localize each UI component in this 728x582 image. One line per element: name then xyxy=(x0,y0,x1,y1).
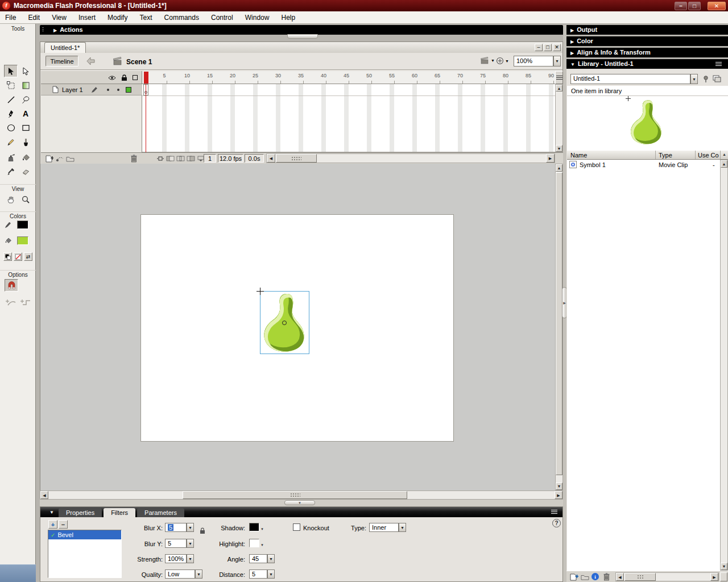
pen-tool[interactable] xyxy=(4,107,18,120)
panel-header-align-info-transform[interactable]: ▶Align & Info & Transform xyxy=(566,48,728,57)
library-scroll-up-button[interactable]: ▲ xyxy=(721,160,727,168)
blur-y-input[interactable]: 5 xyxy=(165,539,187,548)
document-tab[interactable]: Untitled-1* xyxy=(44,42,86,53)
layer-visibility-dot[interactable] xyxy=(107,89,109,91)
menu-insert[interactable]: Insert xyxy=(73,11,101,24)
oval-tool[interactable] xyxy=(4,122,18,134)
knockout-checkbox[interactable] xyxy=(293,523,300,531)
resize-corner[interactable] xyxy=(720,572,727,581)
brush-tool[interactable] xyxy=(19,136,32,148)
zoom-combobox[interactable]: 100% ▼ xyxy=(514,56,561,66)
line-tool[interactable] xyxy=(4,93,18,106)
menu-control[interactable]: Control xyxy=(206,11,238,24)
snap-to-objects-button[interactable] xyxy=(5,279,18,292)
help-button[interactable]: ? xyxy=(552,519,561,527)
pin-library-icon[interactable] xyxy=(702,75,710,83)
layer-lock-dot[interactable] xyxy=(117,89,119,91)
library-document-value[interactable]: Untitled-1 xyxy=(570,74,690,84)
type-dropdown[interactable]: Inner xyxy=(369,523,399,532)
library-options-menu-icon[interactable] xyxy=(715,62,722,66)
free-transform-tool[interactable] xyxy=(4,79,18,92)
outline-layers-icon[interactable] xyxy=(133,75,138,80)
swap-colors-button[interactable]: ⇄ xyxy=(24,252,32,261)
new-symbol-button[interactable] xyxy=(570,573,578,581)
new-library-window-icon[interactable] xyxy=(713,75,721,82)
timeline-scroll-left-button[interactable]: ◀ xyxy=(267,154,275,163)
stage-scroll-left-button[interactable]: ◀ xyxy=(40,491,48,499)
item-properties-button[interactable]: i xyxy=(592,573,599,580)
sort-order-toggle[interactable]: ▲ xyxy=(722,152,726,156)
straighten-option-button[interactable] xyxy=(19,296,32,308)
gradient-transform-tool[interactable] xyxy=(19,79,32,92)
layer-row[interactable]: Layer 1 xyxy=(41,84,142,95)
stage-workspace[interactable] xyxy=(40,164,555,490)
delete-item-button[interactable] xyxy=(603,572,610,581)
stage-v-scrollbar[interactable]: ▲ ▼ xyxy=(555,164,563,490)
angle-spinner-arrow-icon[interactable]: ▼ xyxy=(267,554,275,563)
library-item-row[interactable]: Symbol 1 Movie Clip - xyxy=(567,160,720,169)
align-expand-arrow-icon[interactable]: ▶ xyxy=(570,48,574,58)
color-expand-arrow-icon[interactable]: ▶ xyxy=(570,37,574,47)
minimize-button[interactable]: – xyxy=(675,2,687,10)
playhead-marker[interactable] xyxy=(144,72,148,84)
distance-input[interactable]: 5 xyxy=(249,569,267,579)
onion-skin-outlines-button[interactable] xyxy=(176,155,185,162)
library-scroll-right-button[interactable]: ▶ xyxy=(710,573,718,581)
zoom-dropdown-arrow-icon[interactable]: ▼ xyxy=(553,56,561,66)
add-motion-guide-button[interactable] xyxy=(56,155,64,162)
stage-scroll-up-button[interactable]: ▲ xyxy=(556,164,562,172)
layer-outline-color-swatch[interactable] xyxy=(126,87,131,93)
menu-commands[interactable]: Commands xyxy=(159,11,204,24)
timeline-toggle-button[interactable]: Timeline xyxy=(46,56,78,66)
timeline-v-scrollbar[interactable]: ▲ ▼ xyxy=(555,84,563,152)
blur-y-spinner-arrow-icon[interactable]: ▼ xyxy=(187,539,194,548)
restore-button[interactable]: □ xyxy=(688,2,701,10)
current-frame-field[interactable]: 1 xyxy=(204,154,216,163)
menu-edit[interactable]: Edit xyxy=(23,11,45,24)
panel-header-output[interactable]: ▶Output xyxy=(566,25,728,35)
filter-enabled-check-icon[interactable]: ✓ xyxy=(51,532,55,538)
ink-bottle-tool[interactable] xyxy=(4,151,18,164)
lock-layers-icon[interactable] xyxy=(121,74,127,81)
stage-h-scroll-thumb[interactable] xyxy=(183,491,407,499)
blur-x-input[interactable]: 5 xyxy=(165,523,187,532)
timeline-scroll-down-button[interactable]: ▼ xyxy=(556,145,562,152)
type-dropdown-arrow-icon[interactable]: ▼ xyxy=(399,523,406,532)
tab-properties[interactable]: Properties xyxy=(59,508,102,517)
menu-modify[interactable]: Modify xyxy=(102,11,133,24)
show-hide-layers-icon[interactable] xyxy=(108,75,116,81)
timeline-h-scrollbar[interactable]: ◀ ▶ xyxy=(266,153,555,163)
link-blur-lock-icon[interactable] xyxy=(200,527,205,534)
strength-spinner-arrow-icon[interactable]: ▼ xyxy=(187,554,194,563)
back-arrow-icon[interactable] xyxy=(86,56,96,66)
quality-dropdown[interactable]: Low xyxy=(165,569,195,579)
output-expand-arrow-icon[interactable]: ▶ xyxy=(570,26,574,35)
column-header-name[interactable]: Name xyxy=(570,152,587,159)
scene-name[interactable]: Scene 1 xyxy=(126,58,152,66)
library-document-dropdown-arrow-icon[interactable]: ▼ xyxy=(690,74,698,84)
elapsed-time-field[interactable]: 0.0s xyxy=(245,154,264,163)
angle-input[interactable]: 45 xyxy=(249,554,267,563)
selection-tool[interactable] xyxy=(4,65,18,77)
library-h-scroll-thumb[interactable] xyxy=(624,573,656,581)
stage-scroll-down-button[interactable]: ▼ xyxy=(556,483,562,490)
hand-tool[interactable] xyxy=(4,193,18,206)
actions-expand-arrow-icon[interactable]: ▶ xyxy=(53,26,57,35)
center-frame-button[interactable] xyxy=(156,155,164,162)
subselection-tool[interactable] xyxy=(19,65,32,77)
timeline-frames-area[interactable] xyxy=(142,84,556,152)
edit-multiple-frames-button[interactable] xyxy=(187,155,195,162)
delete-layer-button[interactable] xyxy=(130,154,138,163)
fill-color-swatch[interactable] xyxy=(17,236,28,245)
library-v-scrollbar[interactable]: ▲ ▼ xyxy=(720,160,728,571)
insert-layer-folder-button[interactable] xyxy=(66,156,75,162)
menu-file[interactable]: File xyxy=(0,11,21,24)
timeline-scroll-right-button[interactable]: ▶ xyxy=(546,154,555,163)
paint-bucket-tool[interactable] xyxy=(19,151,32,164)
edit-symbol-button[interactable]: ▼ xyxy=(496,57,509,65)
bottom-collapse-handle[interactable]: ▼ xyxy=(284,500,315,505)
stroke-color-swatch[interactable] xyxy=(17,221,28,229)
shadow-color-swatch[interactable] xyxy=(249,523,259,531)
filters-list[interactable]: ✓ Bevel xyxy=(48,530,122,578)
layer-name[interactable]: Layer 1 xyxy=(62,86,83,93)
